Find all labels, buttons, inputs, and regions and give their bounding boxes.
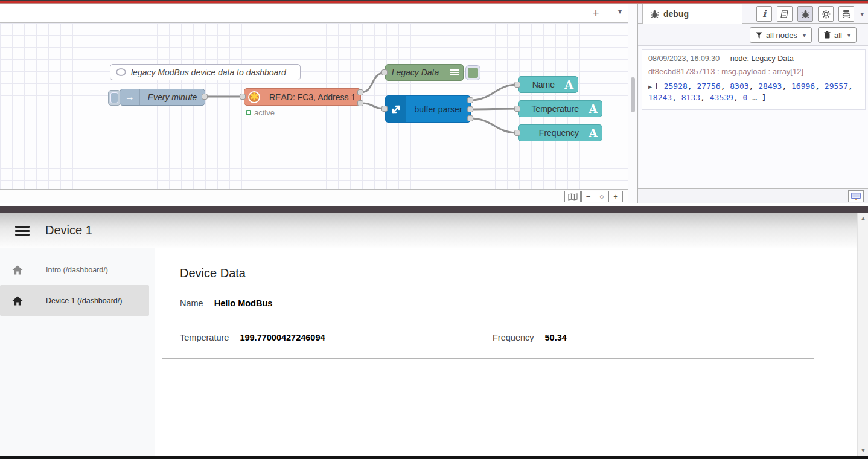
gear-icon: [822, 10, 831, 19]
funnel-icon: [756, 32, 762, 39]
book-icon: [780, 10, 789, 18]
inject-output-port[interactable]: [202, 94, 208, 100]
workspace-menu-chevron-icon[interactable]: ▾: [618, 7, 622, 16]
field-label: Temperature: [180, 333, 229, 342]
navigator-map-button[interactable]: [564, 191, 581, 202]
dashboard-title: Device 1: [45, 223, 92, 237]
home-icon: [12, 296, 24, 306]
buffer-parser-output-port-3[interactable]: [467, 115, 473, 121]
bottom-edge-bar: [0, 456, 868, 459]
wire: [470, 109, 518, 109]
debug-output-lines-icon: [445, 65, 463, 80]
filter-nodes-label: all nodes: [766, 31, 797, 40]
sidebar-header-buttons: i: [756, 6, 864, 22]
inject-trigger-button[interactable]: [108, 90, 121, 106]
comment-label: legacy ModBus device data to dashboard: [126, 68, 300, 77]
field-name: Name Hello ModBus: [180, 298, 272, 308]
workspace-tabbar: + ▾: [0, 4, 628, 23]
ui-text-frequency-input-port[interactable]: [514, 130, 520, 136]
ui-text-label: Frequency: [519, 128, 584, 138]
clear-all-label: all: [834, 31, 842, 40]
sidebar-item-label: Device 1 (/dashboard/): [46, 297, 122, 305]
ui-text-temperature-input-port[interactable]: [514, 106, 520, 112]
debug-tab-button[interactable]: [797, 6, 813, 22]
bug-icon: [650, 10, 659, 18]
debug-sidebar-footer: [638, 188, 868, 203]
text-a-icon: A: [584, 101, 602, 117]
help-tab-button[interactable]: [777, 6, 793, 22]
flow-canvas[interactable]: legacy ModBus device data to dashboard →…: [0, 23, 628, 189]
context-data-tab-button[interactable]: [838, 6, 854, 22]
chevron-down-icon: ▾: [803, 32, 806, 39]
tab-debug[interactable]: debug: [642, 4, 742, 24]
debug-enable-toggle[interactable]: [465, 65, 480, 80]
sidebar-item-intro[interactable]: Intro (/dashboard/): [0, 254, 149, 285]
debug-node-label: Legacy Data: [386, 68, 445, 77]
field-value: Hello ModBus: [214, 298, 273, 308]
debug-node-legacy-data[interactable]: Legacy Data: [385, 64, 464, 81]
config-nodes-tab-button[interactable]: [818, 6, 834, 22]
dashboard-header: Device 1: [0, 213, 868, 248]
sidebar-tabbar: debug i: [638, 4, 868, 24]
modbus-read-label: READ: FC3, Address 1: [264, 92, 360, 102]
modbus-read-node[interactable]: ✱ READ: FC3, Address 1: [244, 88, 361, 106]
expand-caret-icon[interactable]: ▶: [648, 83, 652, 90]
wire: [470, 85, 518, 100]
modbus-output-port-2[interactable]: [357, 100, 363, 106]
debug-source-node: node: Legacy Data: [730, 54, 794, 63]
window-separator-band: [0, 206, 868, 213]
dashboard-window: Device 1 Intro (/dashboard/) Device 1 (/…: [0, 213, 868, 456]
sidebar-item-device-1[interactable]: Device 1 (/dashboard/): [0, 285, 149, 316]
debug-message-list: 08/09/2023, 16:09:30 node: Legacy Data d…: [639, 46, 868, 188]
filter-nodes-button[interactable]: all nodes ▾: [750, 27, 812, 43]
chevron-down-icon: ▾: [847, 32, 850, 39]
clear-messages-button[interactable]: all ▾: [818, 27, 857, 43]
menu-hamburger-icon[interactable]: [15, 226, 30, 236]
debug-sidebar: debug i: [637, 4, 868, 203]
open-debug-window-button[interactable]: [848, 190, 864, 202]
field-value: 199.77000427246094: [240, 333, 325, 342]
debug-timestamp: 08/09/2023, 16:09:30: [648, 54, 720, 63]
scroll-up-arrow-icon[interactable]: ▲: [858, 215, 868, 221]
text-a-icon: A: [560, 77, 578, 92]
buffer-parser-output-port-1[interactable]: [467, 97, 473, 103]
ui-text-node-temperature[interactable]: Temperature A: [518, 100, 602, 117]
field-label: Name: [180, 298, 203, 308]
comment-node[interactable]: legacy ModBus device data to dashboard: [110, 64, 301, 80]
inject-node[interactable]: → Every minute: [120, 89, 205, 106]
info-icon: i: [763, 8, 767, 19]
trash-icon: [824, 31, 831, 39]
inject-label: Every minute: [140, 92, 205, 102]
zoom-out-button[interactable]: −: [581, 191, 595, 202]
ui-text-node-name[interactable]: Name A: [518, 76, 578, 93]
wire: [470, 118, 518, 133]
editor-vertical-scrollbar[interactable]: [628, 4, 637, 203]
screen: + ▾ legacy ModBus device data to dashboa…: [0, 0, 868, 459]
dashboard-scrollbar[interactable]: ▲ ▼: [857, 213, 868, 456]
info-tab-button[interactable]: i: [756, 6, 772, 22]
sidebar-menu-chevron-icon[interactable]: ▾: [860, 10, 864, 18]
modbus-output-port-1[interactable]: [357, 89, 363, 95]
debug-message: 08/09/2023, 16:09:30 node: Legacy Data d…: [642, 49, 866, 110]
ui-text-node-frequency[interactable]: Frequency A: [518, 124, 602, 141]
modbus-node-status: active: [246, 108, 275, 117]
add-flow-button[interactable]: +: [588, 5, 604, 21]
debug-node-input-port[interactable]: [381, 69, 388, 75]
field-label: Frequency: [493, 333, 534, 342]
zoom-in-button[interactable]: +: [609, 191, 623, 202]
device-data-card: Device Data Name Hello ModBus Temperatur…: [162, 257, 814, 359]
map-icon: [568, 193, 578, 201]
buffer-parser-input-port[interactable]: [381, 106, 388, 112]
scroll-down-arrow-icon[interactable]: ▼: [858, 448, 868, 454]
text-a-icon: A: [584, 125, 602, 141]
scrollbar-thumb[interactable]: [631, 77, 635, 112]
debug-payload-array: [ 25928, 27756, 8303, 28493, 16996, 2955…: [648, 82, 853, 102]
modbus-input-port[interactable]: [240, 94, 246, 100]
buffer-parser-output-port-2[interactable]: [467, 106, 473, 112]
comment-icon: [116, 68, 126, 76]
dashboard-sidebar: Intro (/dashboard/) Device 1 (/dashboard…: [0, 248, 155, 456]
buffer-parser-node[interactable]: buffer parser: [385, 95, 471, 123]
zoom-reset-button[interactable]: ○: [595, 191, 609, 202]
sidebar-item-label: Intro (/dashboard/): [46, 266, 108, 274]
ui-text-name-input-port[interactable]: [514, 82, 520, 88]
